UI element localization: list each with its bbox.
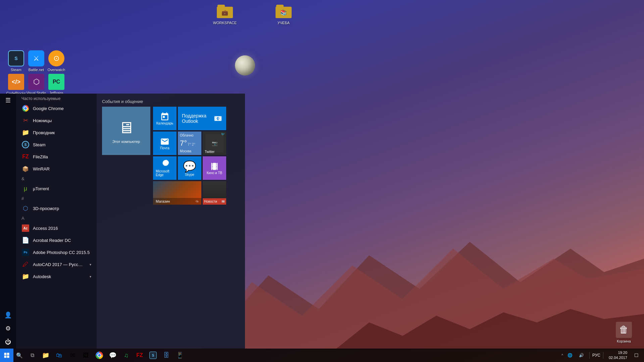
photos-taskbar-icon: 🖼 [83, 352, 89, 359]
letter-divider-a: A [16, 214, 97, 222]
start-app-list: Часто используемые Google Chrome ✂ Ножни… [16, 94, 97, 349]
tray-volume-icon[interactable]: 🔊 [577, 349, 587, 362]
weather-desc: Облачно [180, 134, 194, 137]
desktop: 💼 WORKSPACE 📚 УЧЕБА S Steam [0, 0, 644, 362]
taskbar-item-store[interactable]: 🛍 [52, 349, 66, 362]
notification-icon: ☐ [634, 353, 639, 358]
app12-taskbar-icon: 📱 [176, 352, 184, 359]
store-label: Магазин [156, 199, 170, 203]
app-item-chrome[interactable]: Google Chrome [16, 102, 97, 114]
app-item-utorrent[interactable]: μ µTorrent [16, 183, 97, 195]
tile-kino[interactable]: Кино и ТВ [203, 156, 226, 180]
app-item-autodesk[interactable]: 📁 Autodesk ▾ [16, 270, 97, 282]
weather-city: Москва [180, 149, 191, 153]
events-section-title: События и общение [102, 99, 240, 104]
outlook-support-label: Поддержка Outlook [182, 113, 214, 124]
taskview-button[interactable]: ⧉ [26, 349, 39, 362]
search-icon: 🔍 [16, 352, 23, 359]
taskbar-item-explorer[interactable]: 📁 [39, 349, 52, 362]
tray-expand-button[interactable]: ^ [561, 354, 564, 357]
tile-skype[interactable]: 💬 Skype [178, 156, 201, 180]
twitter-brand-icon: 🐦 [221, 132, 225, 136]
tray-divider2 [603, 352, 603, 359]
tile-weather[interactable]: Облачно 7° 7° 2° Москва [178, 132, 201, 155]
app-item-3dview[interactable]: ⬡ 3D-просмотр [16, 202, 97, 214]
filezilla-icon: FZ [21, 153, 30, 161]
app-item-filezilla[interactable]: FZ FileZilla [16, 151, 97, 163]
skype-icon: 💬 [183, 160, 196, 173]
notifications-button[interactable]: ☐ [631, 349, 641, 362]
tile-calendar[interactable]: Календарь [153, 107, 177, 130]
spotify-taskbar-icon: ♫ [124, 352, 129, 359]
tray-network-icon[interactable]: 🌐 [565, 349, 575, 362]
app-item-winrar[interactable]: 📦 WinRAR [16, 163, 97, 175]
heidisql-taskbar-icon: 🗄 [163, 352, 169, 359]
letter-divider-amp: & [16, 175, 97, 183]
taskbar-clock[interactable]: 19:20 02.04.2017 [606, 350, 630, 361]
mail-taskbar-icon: ✉ [70, 352, 75, 359]
scissors-icon: ✂ [21, 116, 30, 124]
start-left-strip: ☰ 👤 ⚙ ⏻ [0, 94, 16, 349]
tile-computer[interactable]: 🖥 Этот компьютер [102, 107, 150, 155]
start-user-button[interactable]: 👤 [1, 308, 15, 322]
store-taskbar-icon: 🛍 [56, 352, 62, 359]
mountain-silhouette [201, 215, 644, 349]
twitter-image: 📷 [205, 134, 224, 152]
chrome-taskbar-icon [96, 352, 103, 359]
tile-store[interactable]: Магазин 🛍 [153, 181, 201, 205]
hamburger-button[interactable]: ☰ [0, 94, 16, 107]
app-item-scissors[interactable]: ✂ Ножницы [16, 114, 97, 126]
desktop-icon-ucheba[interactable]: 📚 УЧЕБА [270, 3, 297, 25]
desktop-icon-overwatch[interactable]: ⊙ Overwatch [43, 50, 70, 72]
app-item-acrobat[interactable]: 📄 Acrobat Reader DC [16, 234, 97, 246]
filezilla-taskbar-icon: FZ [136, 352, 143, 358]
app-item-steam[interactable]: S Steam [16, 139, 97, 151]
frequent-section-title: Часто используемые [16, 94, 97, 102]
3dview-icon: ⬡ [21, 204, 30, 212]
taskbar-item-steam[interactable]: S [146, 349, 160, 362]
start-tiles-area: События и общение 🖥 Этот компьютер [97, 94, 245, 349]
start-menu: ☰ 👤 ⚙ ⏻ Часто используемые Goog [0, 94, 245, 349]
language-indicator[interactable]: РУС [592, 353, 600, 358]
tile-news[interactable]: Новости 📰 [203, 181, 226, 205]
app-item-explorer[interactable]: 📁 Проводник [16, 126, 97, 139]
photoshop-icon: Ps [21, 248, 30, 256]
explorer-icon: 📁 [21, 128, 30, 137]
taskbar-item-chrome[interactable] [93, 349, 106, 362]
autodesk-icon: 📁 [21, 272, 30, 280]
taskbar-item-skype[interactable]: 💬 [106, 349, 119, 362]
steam-taskbar-icon: S [149, 352, 157, 359]
start-settings-button[interactable]: ⚙ [1, 322, 15, 335]
tile-mail[interactable]: Почта [153, 132, 177, 155]
tile-edge[interactable]: Microsoft Edge [153, 156, 177, 180]
desktop-icon-workspace[interactable]: 💼 WORKSPACE [211, 3, 238, 25]
edge-icon [160, 159, 170, 169]
app-item-photoshop[interactable]: Ps Adobe Photoshop CC 2015.5 [16, 246, 97, 258]
taskbar-item-spotify[interactable]: ♫ [119, 349, 133, 362]
autodesk-expand-icon[interactable]: ▾ [90, 275, 91, 278]
utorrent-icon: μ [21, 185, 30, 193]
tray-divider [589, 352, 590, 359]
start-power-button[interactable]: ⏻ [1, 335, 15, 349]
taskbar-item-heidisql[interactable]: 🗄 [160, 349, 173, 362]
kino-icon [210, 162, 219, 171]
tile-twitter[interactable]: 🐦 📷 Twitter [203, 132, 226, 155]
explorer-taskbar-icon: 📁 [42, 352, 49, 359]
steam-icon: S [21, 141, 30, 149]
start-button[interactable] [0, 349, 13, 362]
mail-icon [160, 137, 169, 146]
news-label: Новости [204, 200, 217, 203]
moon-decoration [235, 55, 255, 75]
skype-taskbar-icon: 💬 [109, 352, 116, 359]
autocad-expand-icon[interactable]: ▾ [90, 263, 91, 266]
recycle-bin[interactable]: 🗑 Корзина [610, 322, 637, 344]
search-button[interactable]: 🔍 [13, 349, 26, 362]
taskbar-item-photos[interactable]: 🖼 [79, 349, 93, 362]
tile-outlook-support[interactable]: Поддержка Outlook 📧 [178, 107, 226, 130]
taskbar-item-app12[interactable]: 📱 [173, 349, 187, 362]
taskbar-item-filezilla[interactable]: FZ [133, 349, 146, 362]
windows-logo-icon [3, 352, 10, 359]
app-item-access2016[interactable]: Ac Access 2016 [16, 222, 97, 234]
taskbar-item-mail[interactable]: ✉ [66, 349, 79, 362]
app-item-autocad[interactable]: 🖊 AutoCAD 2017 — Русский (Р... ▾ [16, 258, 97, 270]
